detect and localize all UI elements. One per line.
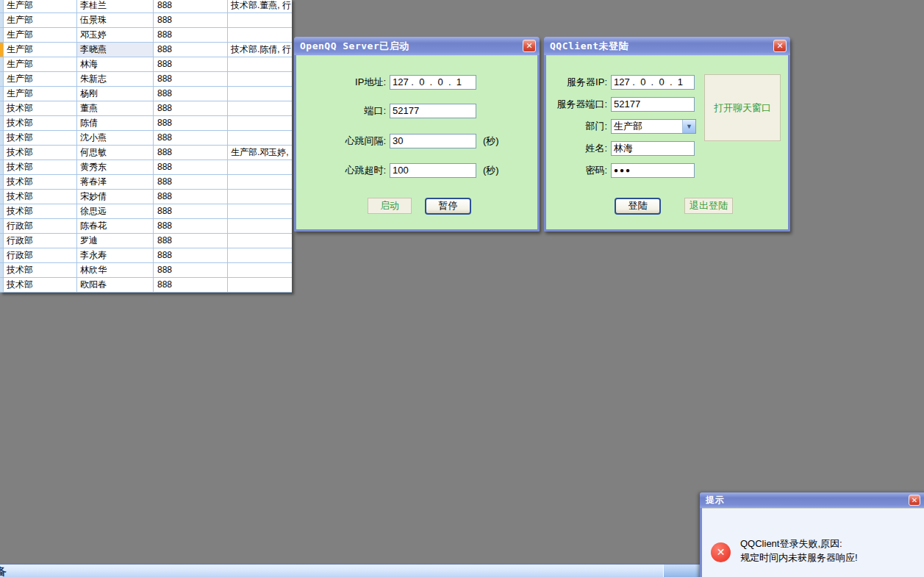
remark-cell[interactable] bbox=[228, 248, 292, 262]
name-cell[interactable]: 邓玉婷 bbox=[77, 28, 154, 42]
remark-cell[interactable] bbox=[228, 219, 292, 233]
heartbeat-timeout-field[interactable]: 100 bbox=[390, 163, 476, 178]
name-cell[interactable]: 伍景珠 bbox=[77, 13, 154, 27]
remark-cell[interactable] bbox=[228, 28, 292, 42]
logout-button[interactable]: 退出登陆 bbox=[684, 198, 733, 214]
value-cell[interactable]: 888 bbox=[154, 190, 228, 204]
remark-cell[interactable]: 技术部.董燕, 行 bbox=[228, 0, 292, 12]
name-cell[interactable]: 朱新志 bbox=[77, 72, 154, 86]
client-dialog-titlebar[interactable]: QQClient未登陆 bbox=[544, 37, 790, 55]
value-cell[interactable]: 888 bbox=[154, 13, 228, 27]
value-cell[interactable]: 888 bbox=[154, 234, 228, 248]
name-cell[interactable]: 陈春花 bbox=[77, 219, 154, 233]
dept-cell[interactable]: 技术部 bbox=[4, 101, 77, 115]
close-button[interactable]: ✕ bbox=[909, 495, 920, 506]
value-cell[interactable]: 888 bbox=[154, 219, 228, 233]
remark-cell[interactable] bbox=[228, 57, 292, 71]
name-cell[interactable]: 李桂兰 bbox=[77, 0, 154, 12]
remark-cell[interactable] bbox=[228, 160, 292, 174]
name-cell[interactable]: 宋妙倩 bbox=[77, 190, 154, 204]
remark-cell[interactable] bbox=[228, 131, 292, 145]
name-field[interactable]: 林海 bbox=[611, 141, 695, 156]
dept-cell[interactable]: 技术部 bbox=[4, 204, 77, 218]
value-cell[interactable]: 888 bbox=[154, 131, 228, 145]
name-cell[interactable]: 李永寿 bbox=[77, 248, 154, 262]
remark-cell[interactable] bbox=[228, 204, 292, 218]
remark-cell[interactable] bbox=[228, 72, 292, 86]
dept-cell[interactable]: 生产部 bbox=[4, 43, 77, 57]
value-cell[interactable]: 888 bbox=[154, 0, 228, 12]
dept-cell[interactable]: 生产部 bbox=[4, 57, 77, 71]
value-cell[interactable]: 888 bbox=[154, 116, 228, 130]
value-cell[interactable]: 888 bbox=[154, 204, 228, 218]
dept-cell[interactable]: 生产部 bbox=[4, 28, 77, 42]
dept-cell[interactable]: 生产部 bbox=[4, 0, 77, 12]
close-button[interactable]: ✕ bbox=[523, 40, 536, 52]
remark-cell[interactable] bbox=[228, 101, 292, 115]
value-cell[interactable]: 888 bbox=[154, 101, 228, 115]
password-field[interactable]: ●●● bbox=[611, 163, 695, 178]
dept-cell[interactable]: 生产部 bbox=[4, 87, 77, 101]
remark-cell[interactable] bbox=[228, 234, 292, 248]
ip-address-field[interactable]: 127 . 0 . 0 . 1 bbox=[390, 75, 476, 90]
remark-cell[interactable] bbox=[228, 175, 292, 189]
name-cell[interactable]: 黄秀东 bbox=[77, 160, 154, 174]
close-button[interactable]: ✕ bbox=[773, 40, 787, 52]
remark-cell[interactable] bbox=[228, 190, 292, 204]
dept-cell[interactable]: 行政部 bbox=[4, 234, 77, 248]
open-chat-button[interactable]: 打开聊天窗口 bbox=[704, 74, 781, 141]
dept-cell[interactable]: 技术部 bbox=[4, 175, 77, 189]
department-select[interactable]: 生产部 ▼ bbox=[611, 119, 696, 134]
name-cell[interactable]: 林欣华 bbox=[77, 263, 154, 277]
alert-dialog-titlebar[interactable]: 提示 bbox=[700, 492, 924, 508]
name-cell[interactable]: 罗迪 bbox=[77, 234, 154, 248]
heartbeat-interval-field[interactable]: 30 bbox=[390, 134, 476, 148]
name-cell[interactable]: 杨刚 bbox=[77, 87, 154, 101]
dept-cell[interactable]: 行政部 bbox=[4, 248, 77, 262]
chevron-down-icon[interactable]: ▼ bbox=[682, 120, 695, 133]
value-cell[interactable]: 888 bbox=[154, 28, 228, 42]
login-button[interactable]: 登陆 bbox=[615, 198, 661, 215]
value-cell[interactable]: 888 bbox=[154, 43, 228, 57]
value-cell[interactable]: 888 bbox=[154, 278, 228, 292]
dept-cell[interactable]: 技术部 bbox=[4, 160, 77, 174]
value-cell[interactable]: 888 bbox=[154, 72, 228, 86]
dept-cell[interactable]: 技术部 bbox=[4, 131, 77, 145]
pause-button[interactable]: 暂停 bbox=[425, 198, 471, 215]
server-port-field[interactable]: 52177 bbox=[611, 97, 695, 112]
name-cell[interactable]: 董燕 bbox=[77, 101, 154, 115]
remark-cell[interactable] bbox=[228, 263, 292, 277]
name-cell[interactable]: 林海 bbox=[77, 57, 154, 71]
remark-cell[interactable]: 生产部.邓玉婷, bbox=[228, 146, 292, 160]
dept-cell[interactable]: 技术部 bbox=[4, 278, 77, 292]
name-cell[interactable]: 陈倩 bbox=[77, 116, 154, 130]
dept-cell[interactable]: 行政部 bbox=[4, 219, 77, 233]
name-cell[interactable]: 蒋春泽 bbox=[77, 175, 154, 189]
server-dialog-titlebar[interactable]: OpenQQ Server已启动 bbox=[294, 37, 540, 55]
value-cell[interactable]: 888 bbox=[154, 263, 228, 277]
remark-cell[interactable] bbox=[228, 13, 292, 27]
dept-cell[interactable]: 技术部 bbox=[4, 116, 77, 130]
dept-cell[interactable]: 生产部 bbox=[4, 13, 77, 27]
dept-cell[interactable]: 技术部 bbox=[4, 146, 77, 160]
dept-cell[interactable]: 技术部 bbox=[4, 263, 77, 277]
port-field[interactable]: 52177 bbox=[390, 104, 476, 118]
name-cell[interactable]: 徐思远 bbox=[77, 204, 154, 218]
dept-cell[interactable]: 技术部 bbox=[4, 190, 77, 204]
value-cell[interactable]: 888 bbox=[154, 57, 228, 71]
name-cell[interactable]: 何思敏 bbox=[77, 146, 154, 160]
remark-cell[interactable] bbox=[228, 116, 292, 130]
value-cell[interactable]: 888 bbox=[154, 248, 228, 262]
name-cell[interactable]: 欧阳春 bbox=[77, 278, 154, 292]
remark-cell[interactable]: 技术部.陈倩, 行 bbox=[228, 43, 292, 57]
value-cell[interactable]: 888 bbox=[154, 87, 228, 101]
server-ip-field[interactable]: 127 . 0 . 0 . 1 bbox=[611, 75, 695, 90]
name-cell[interactable]: 李晓燕 bbox=[77, 43, 154, 57]
name-cell[interactable]: 沈小燕 bbox=[77, 131, 154, 145]
value-cell[interactable]: 888 bbox=[154, 160, 228, 174]
remark-cell[interactable] bbox=[228, 87, 292, 101]
dept-cell[interactable]: 生产部 bbox=[4, 72, 77, 86]
remark-cell[interactable] bbox=[228, 278, 292, 292]
value-cell[interactable]: 888 bbox=[154, 146, 228, 160]
value-cell[interactable]: 888 bbox=[154, 175, 228, 189]
